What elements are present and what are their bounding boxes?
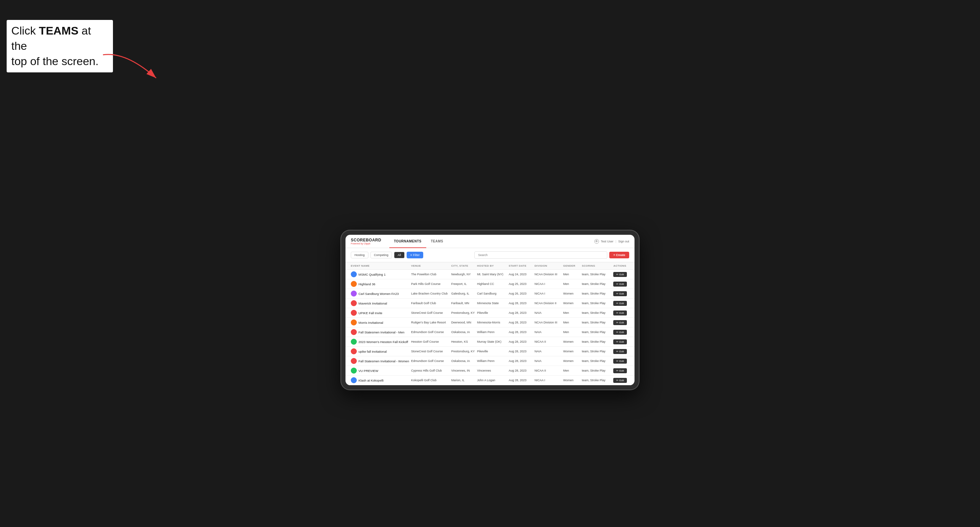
gender-7: Women — [563, 340, 582, 343]
event-name-5[interactable]: Morris Invitational — [358, 321, 383, 324]
nav-links: TOURNAMENTS TEAMS — [389, 235, 594, 248]
brand-title: SCOREBOARD — [351, 238, 381, 243]
city-state-7: Hesston, KS — [451, 340, 477, 343]
event-name-6[interactable]: Fall Statesmen Invitational - Men — [358, 330, 404, 334]
table-row: 2023 Women's Hesston Fall Kickoff Hessto… — [345, 337, 635, 347]
venue-1: Park Hills Golf Course — [411, 282, 451, 286]
venue-0: The Powelton Club — [411, 273, 451, 276]
search-input[interactable] — [474, 251, 607, 259]
division-5: NCAA Division III — [535, 321, 563, 324]
actions-3: ✏ Edit — [613, 301, 629, 306]
event-cell-0: MSMC Qualifying 1 — [351, 271, 411, 277]
gender-0: Men — [563, 273, 582, 276]
start-date-8: Aug 28, 2023 — [509, 350, 535, 353]
event-name-8[interactable]: upike fall invitational — [358, 350, 387, 353]
event-cell-1: Highland 36 — [351, 281, 411, 287]
event-name-9[interactable]: Fall Statesmen Invitational - Women — [358, 359, 409, 363]
event-cell-10: VU PREVIEW — [351, 368, 411, 374]
event-name-10[interactable]: VU PREVIEW — [358, 369, 379, 373]
event-name-1[interactable]: Highland 36 — [358, 282, 375, 286]
scoring-11: team, Stroke Play — [582, 379, 613, 382]
event-icon-9 — [351, 358, 357, 364]
hosted-by-0: Mt. Saint Mary (NY) — [477, 273, 509, 276]
table-row: Maverick Invitational Faribault Golf Clu… — [345, 298, 635, 308]
table-row: Highland 36 Park Hills Golf Course Freep… — [345, 279, 635, 289]
event-name-2[interactable]: Carl Sandburg Women FA23 — [358, 292, 399, 295]
nav-link-teams[interactable]: TEAMS — [426, 235, 448, 248]
city-state-6: Oskaloosa, IA — [451, 330, 477, 334]
division-3: NCAA Division II — [535, 302, 563, 305]
hosted-by-9: William Penn — [477, 359, 509, 363]
gender-10: Men — [563, 369, 582, 372]
edit-btn-7[interactable]: ✏ Edit — [613, 340, 627, 344]
city-state-8: Prestonsburg, KY — [451, 350, 477, 353]
start-date-11: Aug 28, 2023 — [509, 379, 535, 382]
event-name-7[interactable]: 2023 Women's Hesston Fall Kickoff — [358, 340, 408, 344]
edit-btn-5[interactable]: ✏ Edit — [613, 320, 627, 325]
table-row: Fall Statesmen Invitational - Women Edmu… — [345, 356, 635, 366]
event-icon-6 — [351, 329, 357, 335]
edit-btn-4[interactable]: ✏ Edit — [613, 311, 627, 316]
sign-out-link[interactable]: Sign out — [618, 240, 629, 243]
top-nav: SCOREBOARD Powered by Clippit TOURNAMENT… — [345, 235, 635, 248]
header-division: DIVISION — [535, 264, 563, 267]
event-name-11[interactable]: Klash at Kokopelli — [358, 379, 384, 382]
edit-btn-8[interactable]: ✏ Edit — [613, 349, 627, 354]
hosted-by-8: Pikeville — [477, 350, 509, 353]
hosted-by-11: John A Logan — [477, 379, 509, 382]
event-cell-6: Fall Statesmen Invitational - Men — [351, 329, 411, 335]
hosting-filter-btn[interactable]: Hosting — [351, 252, 368, 258]
division-11: NICAA I — [535, 379, 563, 382]
header-event-name: EVENT NAME — [351, 264, 411, 267]
settings-icon[interactable]: ⚙ — [594, 239, 599, 244]
venue-9: Edmundson Golf Course — [411, 359, 451, 363]
table-header: EVENT NAME VENUE CITY, STATE HOSTED BY S… — [345, 262, 635, 270]
table-row: Fall Statesmen Invitational - Men Edmund… — [345, 327, 635, 337]
division-6: NAIA — [535, 330, 563, 334]
event-cell-2: Carl Sandburg Women FA23 — [351, 290, 411, 297]
division-8: NAIA — [535, 350, 563, 353]
edit-btn-6[interactable]: ✏ Edit — [613, 330, 627, 335]
event-icon-3 — [351, 300, 357, 306]
division-9: NAIA — [535, 359, 563, 363]
edit-btn-3[interactable]: ✏ Edit — [613, 301, 627, 306]
start-date-4: Aug 28, 2023 — [509, 311, 535, 314]
brand-subtitle: Powered by Clippit — [351, 243, 381, 245]
header-start-date: START DATE — [509, 264, 535, 267]
nav-link-tournaments[interactable]: TOURNAMENTS — [389, 235, 426, 248]
city-state-0: Newburgh, NY — [451, 273, 477, 276]
user-name: Test User — [601, 240, 614, 243]
start-date-6: Aug 28, 2023 — [509, 330, 535, 334]
gender-3: Women — [563, 302, 582, 305]
venue-5: Ruttger's Bay Lake Resort — [411, 321, 451, 324]
edit-btn-0[interactable]: ✏ Edit — [613, 272, 627, 277]
actions-7: ✏ Edit — [613, 340, 629, 344]
edit-btn-10[interactable]: ✏ Edit — [613, 368, 627, 373]
competing-filter-btn[interactable]: Competing — [371, 252, 392, 258]
division-0: NCAA Division III — [535, 273, 563, 276]
event-icon-7 — [351, 339, 357, 345]
city-state-1: Freeport, IL — [451, 282, 477, 286]
edit-btn-9[interactable]: ✏ Edit — [613, 359, 627, 364]
all-filter-btn[interactable]: All — [394, 252, 405, 258]
edit-btn-11[interactable]: ✏ Edit — [613, 378, 627, 383]
city-state-2: Galesburg, IL — [451, 292, 477, 295]
event-name-4[interactable]: UPIKE Fall Invite — [358, 311, 382, 315]
edit-btn-2[interactable]: ✏ Edit — [613, 291, 627, 296]
start-date-1: Aug 25, 2023 — [509, 282, 535, 286]
filter-icon-btn[interactable]: ≡ Filter — [407, 252, 423, 258]
event-name-0[interactable]: MSMC Qualifying 1 — [358, 273, 386, 276]
create-btn[interactable]: + Create — [609, 252, 629, 258]
event-icon-4 — [351, 310, 357, 316]
division-1: NICAA I — [535, 282, 563, 286]
division-7: NICAA II — [535, 340, 563, 343]
scoring-10: team, Stroke Play — [582, 369, 613, 372]
event-name-3[interactable]: Maverick Invitational — [358, 302, 387, 305]
city-state-11: Marion, IL — [451, 379, 477, 382]
actions-8: ✏ Edit — [613, 349, 629, 354]
edit-btn-1[interactable]: ✏ Edit — [613, 282, 627, 287]
scoring-7: team, Stroke Play — [582, 340, 613, 343]
scoring-8: team, Stroke Play — [582, 350, 613, 353]
event-icon-11 — [351, 377, 357, 383]
venue-10: Cypress Hills Golf Club — [411, 369, 451, 372]
